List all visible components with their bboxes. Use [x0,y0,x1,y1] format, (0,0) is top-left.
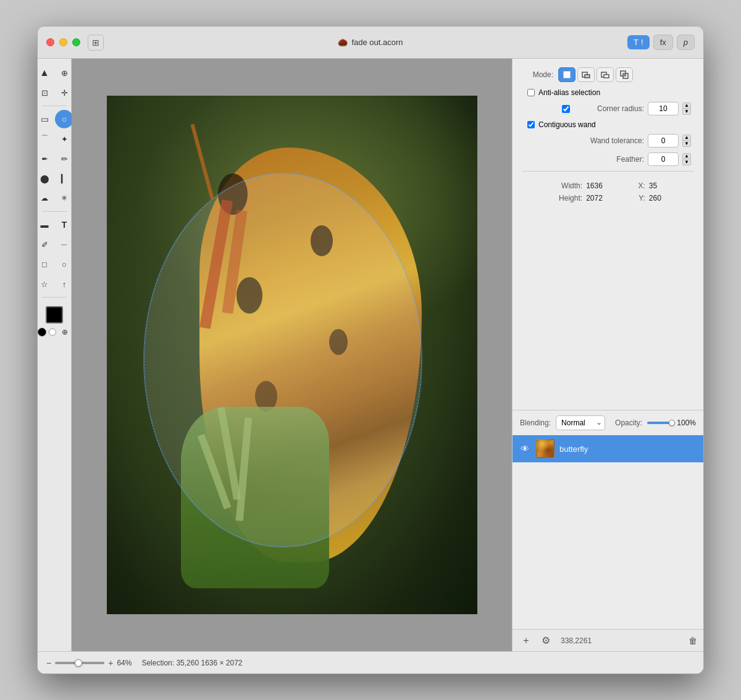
main-window: ⊞ 🌰 fade out.acorn T ! fx p ▲ ⊕ [37,26,704,674]
contiguous-wand-checkbox[interactable] [527,121,535,128]
feather-stepper: ▲ ▼ [682,153,691,165]
blend-mode-select[interactable]: Normal Multiply Screen Overlay Darken Li… [556,415,605,430]
mode-add-button[interactable] [577,67,595,82]
arrow-tool-button[interactable]: ↑ [55,275,73,293]
magic-wand-button[interactable]: ✦ [55,130,73,148]
pen-tool-button[interactable]: ✒ [38,149,54,168]
wand-tolerance-up[interactable]: ▲ [682,135,691,141]
mode-row: Mode: [522,67,693,82]
tool-icon: T [634,38,638,47]
tool-row-6: ⬤ ▎ [38,169,73,188]
star-tool-button[interactable]: ☆ [38,275,54,293]
layer-visibility-button[interactable]: 👁 [519,443,531,455]
wand-tolerance-label: Wand tolerance: [570,136,644,145]
wand-tolerance-row: Wand tolerance: ▲ ▼ [522,134,693,148]
feather-input[interactable] [648,152,679,166]
height-label: Height: [555,194,582,202]
delete-layer-button[interactable]: 🗑 [689,636,697,646]
bezier-tool-button[interactable]: ✐ [38,235,54,254]
foreground-color[interactable] [46,306,63,323]
tool-row-9: ✐ ⟋ [38,235,73,254]
sidebar-toggle-button[interactable]: ⊞ [88,35,104,51]
feather-up[interactable]: ▲ [682,153,691,159]
status-bar: − + 64% Selection: 35,260 1636 × 2072 [38,651,703,673]
wand-tolerance-input[interactable] [648,134,679,148]
titlebar-center: 🌰 fade out.acorn [338,38,403,47]
titlebar: ⊞ 🌰 fade out.acorn T ! fx p [38,27,703,59]
blend-select-wrap: Normal Multiply Screen Overlay Darken Li… [556,415,605,430]
mode-buttons [558,67,633,82]
mode-subtract-button[interactable] [597,67,614,82]
dim-col-left: Width: 1636 Height: 2072 [555,181,603,202]
layer-thumbnail-inner [537,440,554,457]
contiguous-wand-label: Contiguous wand [538,120,596,129]
width-value: 1636 [586,181,603,190]
minimize-button[interactable] [59,38,67,46]
layer-item[interactable]: 👁 butterfly [513,435,703,462]
zoom-slider[interactable] [55,662,104,664]
corner-radius-row: Corner radius: 10 ▲ ▼ [522,102,693,115]
select-tool-button[interactable]: ▲ [38,64,54,82]
tool-row-3: ▭ ○ [38,110,73,128]
selection-info: Selection: 35,260 1636 × 2072 [141,659,242,667]
anti-alias-checkbox[interactable] [527,89,535,96]
corner-radius-input[interactable]: 10 [648,102,679,115]
bg-color-swatch[interactable] [49,328,56,336]
mode-replace-button[interactable] [558,67,576,82]
corner-radius-checkbox[interactable] [562,105,570,113]
layer-thumbnail [536,440,555,458]
maximize-button[interactable] [72,38,80,46]
svg-rect-4 [604,75,609,78]
opacity-label: Opacity: [615,419,642,427]
zoom-tool-button[interactable]: ⊕ [55,64,73,82]
zoom-out-button[interactable]: − [46,658,51,668]
corner-radius-stepper: ▲ ▼ [682,102,691,115]
swap-colors-icon[interactable] [38,328,46,336]
zoom-in-button[interactable]: + [108,658,113,668]
brush-button[interactable]: ▎ [55,169,73,188]
selection-oval [144,173,422,547]
opacity-slider[interactable] [647,422,672,424]
p-button[interactable]: p [677,35,695,50]
eraser-button[interactable]: ☁ [38,189,54,207]
tool-row-8: ▬ T [38,215,73,234]
rect-shape-button[interactable]: ▬ [38,215,54,234]
layer-settings-button[interactable]: ⚙ [538,633,553,648]
tool-row-1: ▲ ⊕ [38,64,73,82]
tool-row-11: ☆ ↑ [38,275,73,293]
wand-tolerance-down[interactable]: ▼ [682,141,691,147]
rect-draw-button[interactable]: □ [38,255,54,273]
paint-bucket-button[interactable]: ⬤ [38,169,54,188]
fx-button[interactable]: fx [653,35,673,50]
opacity-thumb [669,420,675,426]
panel-top: Mode: [513,59,703,216]
transform-tool-button[interactable]: ✛ [55,83,73,102]
width-label: Width: [555,181,582,190]
tool-divider-1 [42,106,67,106]
corner-radius-down[interactable]: ▼ [682,109,691,115]
color-picker-button[interactable]: ⊕ [59,326,71,338]
text-tool-button[interactable]: T [55,215,73,234]
ellipse-draw-button[interactable]: ○ [55,255,73,273]
svg-rect-7 [623,73,626,76]
canvas-area[interactable] [72,59,512,651]
mode-intersect-button[interactable] [616,67,633,82]
zoom-level: 64% [117,659,132,667]
crop-tool-button[interactable]: ⊡ [38,83,54,102]
freehand-button[interactable]: ✏ [55,149,73,168]
panel-separator-1 [522,171,693,172]
svg-rect-2 [585,75,590,78]
ellipse-select-button[interactable]: ○ [55,110,73,128]
rect-select-button[interactable]: ▭ [38,110,54,128]
blending-bar: Blending: Normal Multiply Screen Overlay… [513,410,703,435]
stamp-button[interactable]: ✳ [55,189,73,207]
lasso-tool-button[interactable]: ⌒ [38,130,54,148]
tool-options-button[interactable]: T ! [627,35,650,49]
corner-radius-up[interactable]: ▲ [682,102,691,109]
titlebar-right: T ! fx p [627,35,695,50]
add-layer-button[interactable]: + [519,633,534,648]
canvas[interactable] [107,96,477,614]
close-button[interactable] [46,38,54,46]
feather-down[interactable]: ▼ [682,159,691,165]
zoom-controls: − + 64% [46,658,132,668]
